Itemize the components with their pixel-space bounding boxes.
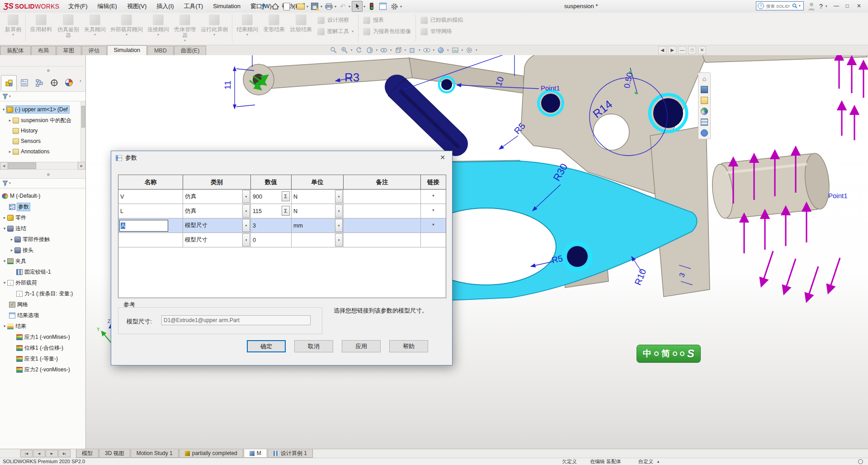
open-document-icon[interactable]: ➔: [296, 1, 306, 11]
select-tool-icon[interactable]: [352, 1, 363, 12]
run-study-button[interactable]: 运行此算例▾: [198, 13, 230, 37]
design-library-icon[interactable]: [701, 86, 708, 93]
next-document-icon[interactable]: ▶: [668, 46, 676, 54]
upper-arm-links[interactable]: [243, 58, 524, 95]
cn-community-badge[interactable]: 中 简 S: [637, 345, 701, 363]
study-row-parts[interactable]: ▸零件: [2, 213, 26, 223]
help-button[interactable]: 帮助: [389, 340, 428, 352]
tab-layout[interactable]: 布局: [31, 46, 56, 55]
cell-category[interactable]: 模型尺寸▾: [183, 218, 251, 233]
load-arrows-bottom-right[interactable]: [762, 251, 840, 300]
prev-document-icon[interactable]: ◀: [658, 46, 666, 54]
knuckle-top-plate[interactable]: [696, 55, 867, 62]
customize-expand-icon[interactable]: ▲: [656, 458, 660, 465]
study-row-displacement1[interactable]: u位移1 (-合位移-): [16, 343, 63, 353]
unit-dropdown-icon[interactable]: ▾: [335, 233, 343, 247]
window-close-button[interactable]: ✕: [854, 0, 863, 12]
cell-value[interactable]: 3: [251, 218, 292, 233]
study-row-result-options[interactable]: 结果选项: [9, 310, 39, 320]
bushing-cylinder[interactable]: [385, 75, 468, 156]
open-document-dropdown[interactable]: ▾: [307, 5, 308, 9]
shell-manager-button[interactable]: 壳体管理器▾: [171, 13, 198, 43]
help-menu-button[interactable]: ?: [819, 0, 823, 13]
study-row-stress1[interactable]: σ应力1 (-vonMises-): [16, 332, 70, 342]
save-icon[interactable]: [310, 1, 320, 11]
doc-minimize-icon[interactable]: —: [678, 46, 686, 54]
panel-splitter-handle[interactable]: [47, 69, 50, 72]
new-document-dropdown[interactable]: ▾: [292, 5, 294, 9]
report-button[interactable]: 报表: [360, 16, 414, 24]
menu-insert[interactable]: 插入(I): [151, 0, 179, 13]
apply-button[interactable]: 应用: [342, 340, 381, 352]
tab-simulation[interactable]: Simulation: [107, 45, 147, 55]
cell-name[interactable]: [118, 233, 183, 247]
status-customize[interactable]: 自定义: [638, 458, 653, 465]
undo-icon[interactable]: ↶: [338, 1, 348, 11]
display-style-icon[interactable]: [408, 46, 417, 54]
tab-mbd[interactable]: MBD: [147, 46, 174, 55]
category-dropdown-icon[interactable]: ▾: [242, 219, 250, 232]
feature-tree-hscrollbar[interactable]: ◀ ▶: [0, 162, 85, 170]
unit-dropdown-icon[interactable]: ▾: [335, 204, 343, 218]
deformed-result-button[interactable]: 变形结果: [260, 13, 288, 33]
tab-m-study[interactable]: M: [244, 449, 267, 458]
category-dropdown-icon[interactable]: ▾: [242, 190, 250, 203]
edit-appearance-icon[interactable]: [436, 46, 445, 54]
cell-category[interactable]: 模型尺寸▾: [183, 233, 251, 247]
tab-property-manager[interactable]: [17, 75, 32, 90]
tab-display-manager[interactable]: [61, 75, 76, 90]
status-globe-icon[interactable]: [858, 459, 863, 464]
appearances-icon[interactable]: [701, 108, 708, 115]
tab-3d-views[interactable]: 3D 视图: [99, 449, 130, 458]
menu-tools[interactable]: 工具(T): [179, 0, 208, 13]
hide-show-items-icon[interactable]: [422, 46, 431, 54]
category-dropdown-icon[interactable]: ▾: [242, 204, 250, 218]
tab-assembly[interactable]: 装配体: [0, 46, 31, 55]
hscroll-left-icon[interactable]: ◀: [0, 162, 8, 170]
tab-feature-manager[interactable]: [1, 75, 17, 90]
cell-unit[interactable]: ▾: [292, 233, 344, 247]
save-dropdown[interactable]: ▾: [321, 5, 322, 9]
study-row-fixtures[interactable]: ▾夹具: [2, 256, 26, 266]
fixtures-advisor-button[interactable]: 夹具顾问▾: [82, 13, 108, 37]
search-magnifier-icon[interactable]: [792, 3, 797, 9]
study-row-stress2[interactable]: σ应力2 (-vonMises-): [16, 365, 70, 375]
cell-value[interactable]: 115Σ: [251, 204, 292, 218]
search-input[interactable]: [765, 3, 791, 9]
menu-file[interactable]: 文件(F): [63, 0, 93, 13]
hscrollbar-thumb[interactable]: [8, 162, 36, 169]
cell-value[interactable]: 900Σ: [251, 190, 292, 204]
select-tool-dropdown[interactable]: ▾: [363, 5, 365, 9]
study-row-study[interactable]: M (-Default-): [2, 191, 40, 201]
compare-results-button[interactable]: 比较结果: [288, 13, 315, 33]
section-view-icon[interactable]: [365, 46, 374, 54]
study-row-strain1[interactable]: ε应变1 (-等量-): [16, 354, 58, 364]
new-document-icon[interactable]: [282, 1, 292, 11]
tab-motion-study-1[interactable]: Motion Study 1: [131, 449, 179, 458]
connections-advisor-button[interactable]: 连接顾问▾: [145, 13, 171, 37]
tab-configuration-manager[interactable]: [32, 75, 47, 90]
plot-tools-button[interactable]: 图解工具▾: [315, 28, 356, 35]
tree-row-annotations[interactable]: ▸ Annotations: [7, 147, 49, 157]
include-image-for-report-button[interactable]: 为报表包括图像: [360, 28, 414, 35]
cell-link[interactable]: *: [421, 204, 446, 218]
study-row-joints[interactable]: ▸接头: [9, 245, 33, 255]
annotations-visibility-icon[interactable]: [379, 46, 388, 54]
cell-note[interactable]: [344, 204, 421, 218]
doc-restore-icon[interactable]: □: [688, 46, 696, 54]
expression-sigma-button[interactable]: Σ: [282, 191, 290, 201]
tab-model[interactable]: 模型: [76, 449, 99, 458]
category-dropdown-icon[interactable]: ▾: [242, 233, 250, 247]
tab-dimxpert-manager[interactable]: [47, 75, 61, 90]
tab-evaluate[interactable]: 评估: [82, 46, 107, 55]
tab-sketch[interactable]: 草图: [57, 46, 81, 55]
cell-unit[interactable]: N▾: [292, 190, 344, 204]
cell-name[interactable]: V: [118, 190, 183, 204]
cell-category[interactable]: 仿真▾: [183, 190, 251, 204]
study-row-parameters[interactable]: a=?x=?参数: [9, 202, 30, 212]
tree-row-sensors[interactable]: Sensors: [13, 136, 41, 146]
model-dimension-field[interactable]: [161, 315, 311, 325]
study-row-component-contacts[interactable]: ▸零部件接触: [9, 234, 50, 244]
ok-button[interactable]: 确定: [247, 340, 286, 352]
cell-name-edit[interactable]: A: [118, 218, 183, 233]
